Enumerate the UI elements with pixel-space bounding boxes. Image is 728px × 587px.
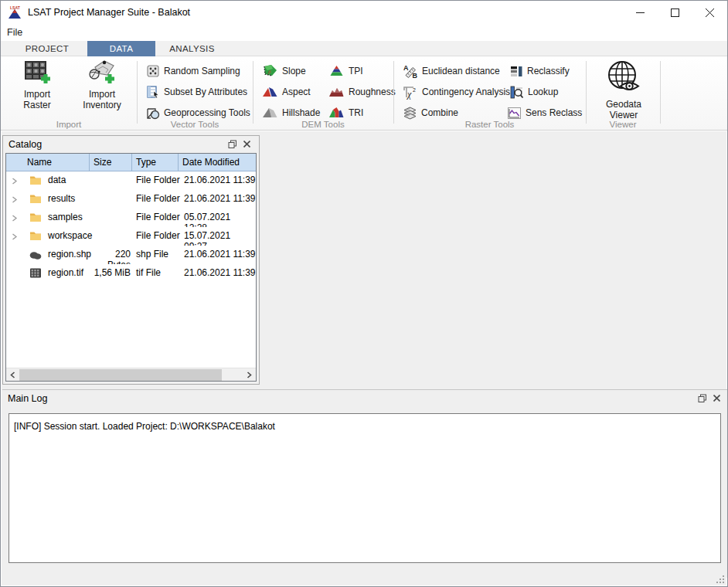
geodata-viewer-icon [605,59,642,96]
cell-name: workspace [48,230,92,241]
geoprocessing-tools-button[interactable]: Geoprocessing Tools [146,105,250,120]
tpi-button[interactable]: TPI [328,63,363,79]
main-log-close-button[interactable] [709,392,723,405]
ribbon-tab-bar: PROJECT DATA ANALYSIS [1,41,727,56]
scrollbar-thumb[interactable] [19,369,222,381]
cell-name: results [48,193,75,204]
close-icon [713,395,720,402]
combine-button[interactable]: Combine [403,105,458,120]
folder-icon [29,175,42,186]
maximize-button[interactable] [658,1,692,24]
table-row-workspace[interactable]: workspace File Folder 15.07.2021 09:27 [6,227,256,246]
button-label: Roughness [349,87,396,97]
close-button[interactable] [692,1,727,24]
ribbon-separator [586,61,587,124]
aspect-button[interactable]: Aspect [262,84,311,100]
button-label: Hillshade [282,107,320,118]
title-bar: LSAT LSAT Project Manager Suite - Balako… [1,1,727,24]
svg-text:2: 2 [413,87,416,93]
import-inventory-button[interactable]: Import Inventory [74,59,130,126]
import-raster-button[interactable]: Import Raster [12,59,63,126]
geoprocessing-tools-icon [146,106,160,120]
expand-chevron-icon[interactable] [12,215,18,222]
scroll-left-arrow[interactable] [6,368,19,382]
ribbon-separator [660,61,661,124]
log-output[interactable]: [INFO] Session start. Loaded Project: D:… [9,413,721,563]
main-log-float-button[interactable] [696,392,709,405]
catalog-close-button[interactable] [240,138,253,151]
roughness-icon [328,86,345,98]
ribbon-separator [393,61,394,124]
scroll-right-arrow[interactable] [243,368,256,382]
sens-reclass-button[interactable]: Sens Reclass [507,105,582,120]
random-sampling-icon [146,64,160,78]
resize-grip[interactable] [716,575,725,584]
import-inventory-icon [87,59,117,86]
expand-chevron-icon[interactable] [12,196,18,203]
euclidean-distance-button[interactable]: A B Euclidean distance [403,63,500,79]
main-log-titlebar: Main Log [2,390,728,406]
tpi-icon [328,65,345,77]
horizontal-scrollbar[interactable] [6,368,256,381]
folder-icon [29,212,42,223]
tri-button[interactable]: TRI [328,105,363,120]
button-label: Random Sampling [164,66,240,76]
column-header-date[interactable]: Date Modified [179,154,256,171]
group-label-viewer: Viewer [586,120,660,130]
table-row-samples[interactable]: samples File Folder 05.07.2021 12:28 [6,209,256,227]
button-label: TPI [349,66,363,76]
button-label: Contingency Analysis [422,87,510,97]
table-row-data[interactable]: data File Folder 21.06.2021 11:39 [6,171,256,190]
maximize-icon [671,8,679,17]
cell-date: 21.06.2021 11:39 [184,267,256,278]
catalog-header-row: Name Size Type Date Modified [6,154,256,171]
contingency-analysis-button[interactable]: χ 2 Contingency Analysis [403,84,510,100]
reclassify-button[interactable]: Reclassify [509,63,570,79]
ribbon-separator [253,61,253,124]
expand-chevron-icon[interactable] [12,178,18,185]
svg-text:χ: χ [407,88,412,99]
import-raster-icon [23,59,51,86]
main-log-title: Main Log [8,393,696,404]
column-header-type[interactable]: Type [132,154,179,171]
menu-file[interactable]: File [1,25,29,39]
expand-chevron-icon[interactable] [12,233,18,240]
lookup-icon [509,85,524,100]
slope-button[interactable]: β Slope [262,63,306,79]
column-header-name[interactable]: Name [6,154,90,171]
random-sampling-button[interactable]: Random Sampling [146,63,240,79]
window-title: LSAT Project Manager Suite - Balakot [28,7,190,18]
table-row-region-shp[interactable]: region.shp 220 Bytes shp File 21.06.2021… [6,246,256,264]
column-header-size[interactable]: Size [90,154,132,171]
table-row-results[interactable]: results File Folder 21.06.2021 11:39 [6,190,256,209]
subset-by-attributes-button[interactable]: Subset By Attributes [146,84,247,100]
float-icon [228,140,237,149]
geodata-viewer-button[interactable]: Geodata Viewer [590,59,657,126]
button-label: Combine [421,107,458,118]
button-label: Import Raster [19,89,56,110]
close-icon [706,8,714,17]
ribbon-separator [137,61,138,124]
tab-data[interactable]: DATA [87,41,155,56]
minimize-icon [636,8,645,17]
subset-by-attributes-icon [146,85,160,99]
cell-type: tif File [136,267,161,278]
tab-project[interactable]: PROJECT [7,41,87,56]
app-window: LSAT LSAT Project Manager Suite - Balako… [0,0,728,587]
folder-icon [29,193,42,205]
reclassify-icon [509,65,523,78]
app-logo-icon: LSAT [7,5,22,20]
svg-text:β: β [267,69,271,75]
catalog-titlebar: Catalog [3,136,259,152]
roughness-button[interactable]: Roughness [328,84,396,100]
minimize-button[interactable] [623,1,658,24]
hillshade-button[interactable]: Hillshade [262,105,320,120]
catalog-panel: Catalog Name Size Type Date Modified [2,135,260,385]
tab-analysis[interactable]: ANALYSIS [155,41,229,56]
table-row-region-tif[interactable]: region.tif 1,56 MiB tif File 21.06.2021 … [6,264,256,283]
catalog-float-button[interactable] [226,138,240,151]
button-label: Reclassify [527,66,570,76]
lookup-button[interactable]: Lookup [509,84,558,100]
button-label: Slope [282,66,306,76]
cell-type: File Folder [136,212,180,222]
